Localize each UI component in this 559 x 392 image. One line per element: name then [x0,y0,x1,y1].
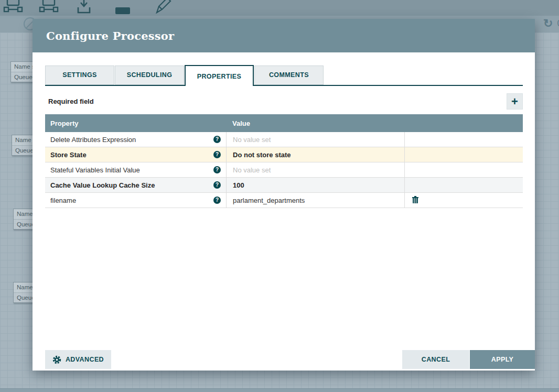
process-group-icon[interactable] [3,0,23,15]
template-icon[interactable] [77,0,91,15]
row-actions [404,162,523,177]
configure-processor-dialog: Configure Processor SETTINGSSCHEDULINGPR… [33,19,535,371]
property-name: Cache Value Lookup Cache Size [50,181,155,189]
delete-property-button[interactable] [412,197,418,204]
property-value[interactable]: Do not store state [233,151,291,159]
table-row[interactable]: filename?parlament_departments [45,193,523,208]
tab-properties[interactable]: PROPERTIES [185,65,254,86]
table-row[interactable]: Store State?Do not store state [45,147,523,162]
label-icon[interactable] [115,7,131,15]
table-row[interactable]: Cache Value Lookup Cache Size?100 [45,178,523,193]
property-name: Stateful Variables Initial Value [50,166,140,174]
property-name: Delete Attributes Expression [50,136,136,144]
status-counter: 0 [557,17,559,30]
help-icon[interactable]: ? [213,181,221,189]
row-actions [404,178,523,192]
advanced-button-label: ADVANCED [66,356,104,363]
table-row[interactable]: Stateful Variables Initial Value?No valu… [45,162,523,178]
dialog-header: Configure Processor [33,19,535,52]
property-name: filename [50,197,76,204]
help-icon[interactable]: ? [213,136,221,143]
column-header-value: Value [226,119,404,127]
properties-table: Property Value Delete Attributes Express… [45,114,523,208]
remote-process-group-icon[interactable] [39,0,59,15]
property-value[interactable]: parlament_departments [233,197,305,204]
help-icon[interactable]: ? [213,166,221,173]
property-value[interactable]: No value set [233,166,271,174]
advanced-button[interactable]: ADVANCED [45,350,111,369]
gear-icon [52,355,61,364]
help-icon[interactable]: ? [213,197,221,204]
apply-button[interactable]: APPLY [470,350,535,369]
property-value[interactable]: 100 [233,181,244,189]
tab-settings[interactable]: SETTINGS [45,66,114,85]
column-header-property: Property [45,119,226,127]
cancel-button[interactable]: CANCEL [402,350,469,369]
plus-icon: + [511,95,518,108]
property-name: Store State [50,151,87,159]
row-actions [404,132,523,147]
tab-scheduling[interactable]: SCHEDULING [115,66,184,85]
row-actions [404,193,523,208]
connection-queued-row: Queued [11,72,35,82]
connection-name-row: Name s [11,62,35,72]
table-row[interactable]: Delete Attributes Expression?No value se… [45,132,523,147]
pen-icon[interactable] [154,0,172,15]
refresh-icon[interactable]: ↻ [543,17,553,30]
component-toolbar [0,0,559,16]
dialog-tabbar: SETTINGSSCHEDULINGPROPERTIESCOMMENTS [45,65,523,86]
bottom-bar [0,388,559,392]
tab-comments[interactable]: COMMENTS [254,66,324,85]
connection-label[interactable]: Name s Queued [10,61,35,82]
nifi-application: ↻ 0 Name s Queued Name Queued Name Queue… [0,0,559,392]
row-actions [404,147,523,162]
required-field-label: Required field [48,97,94,105]
dialog-title: Configure Processor [33,29,174,42]
help-icon[interactable]: ? [213,151,221,158]
add-property-button[interactable]: + [507,93,523,110]
table-body: Delete Attributes Expression?No value se… [45,132,523,208]
property-value[interactable]: No value set [233,136,271,144]
table-header: Property Value [45,114,523,132]
